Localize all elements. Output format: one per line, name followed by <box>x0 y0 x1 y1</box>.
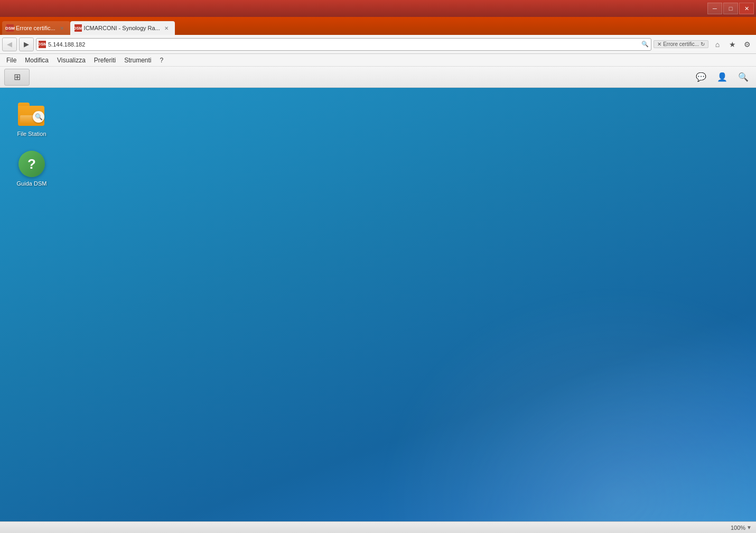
menu-visualizza[interactable]: Visualizza <box>53 56 90 65</box>
dsm-topbar-icons: 💬 👤 🔍 <box>693 69 752 86</box>
tab-close-error[interactable]: ✕ <box>58 24 66 32</box>
home-icon[interactable]: ⌂ <box>711 38 724 51</box>
address-bar-row: ◀ ▶ DSM 5.144.188.182 🔍 ✕ Errore certifi… <box>0 35 756 54</box>
desktop-icons: 🔍 File Station ? Guida DSM <box>11 98 53 190</box>
favorites-icon[interactable]: ★ <box>725 38 739 51</box>
maximize-button[interactable]: □ <box>723 3 738 14</box>
guida-dsm-label: Guida DSM <box>17 180 47 187</box>
tab-label-error: Errore certific... <box>16 25 55 31</box>
back-button[interactable]: ◀ <box>2 38 17 51</box>
file-station-icon[interactable]: 🔍 File Station <box>11 98 53 140</box>
zoom-control[interactable]: 100% ▼ <box>731 525 752 531</box>
menu-strumenti[interactable]: Strumenti <box>120 56 155 65</box>
title-bar: ─ □ ✕ <box>0 0 756 17</box>
folder-icon: 🔍 <box>18 103 45 126</box>
dsm-chat-button[interactable]: 💬 <box>693 69 710 86</box>
menu-preferiti[interactable]: Preferiti <box>90 56 120 65</box>
title-bar-controls: ─ □ ✕ <box>707 3 754 14</box>
zoom-dropdown-arrow[interactable]: ▼ <box>746 525 752 530</box>
search-icon[interactable]: 🔍 <box>641 41 649 48</box>
file-station-label: File Station <box>17 130 46 137</box>
main-menu-icon: ⊞ <box>14 72 21 82</box>
minimize-button[interactable]: ─ <box>707 3 722 14</box>
help-circle: ? <box>18 151 45 177</box>
error-badge[interactable]: ✕ Errore certific... ↻ <box>654 40 708 48</box>
refresh-icon[interactable]: ↻ <box>701 41 705 47</box>
menu-bar: File Modifica Visualizza Preferiti Strum… <box>0 54 756 67</box>
tab-favicon-active: DSM <box>74 24 82 32</box>
folder-search-overlay: 🔍 <box>33 111 44 123</box>
guida-dsm-image: ? <box>18 150 45 178</box>
close-button[interactable]: ✕ <box>739 3 754 14</box>
zoom-value: 100% <box>731 525 745 531</box>
dsm-main-menu-button[interactable]: ⊞ <box>4 69 30 86</box>
desktop: 🔍 File Station ? Guida DSM <box>0 88 756 521</box>
tab-bar: DSM Errore certific... ✕ DSM ICMARCONI -… <box>0 17 756 35</box>
address-bar-container: DSM 5.144.188.182 🔍 <box>36 38 651 51</box>
tab-close-active[interactable]: ✕ <box>162 24 171 32</box>
guida-dsm-icon[interactable]: ? Guida DSM <box>11 148 53 189</box>
tab-active[interactable]: DSM ICMARCONI - Synology Ra... ✕ <box>70 21 175 35</box>
dsm-topbar: ⊞ 💬 👤 🔍 <box>0 67 756 88</box>
error-badge-text: Errore certific... <box>663 41 699 47</box>
file-station-image: 🔍 <box>18 100 45 128</box>
settings-icon[interactable]: ⚙ <box>740 38 754 51</box>
right-icons: ⌂ ★ ⚙ <box>711 38 754 51</box>
tab-label-active: ICMARCONI - Synology Ra... <box>84 25 160 31</box>
menu-help[interactable]: ? <box>156 56 168 65</box>
error-badge-x: ✕ <box>657 41 661 47</box>
dsm-search-button[interactable]: 🔍 <box>735 69 752 86</box>
menu-file[interactable]: File <box>2 56 21 65</box>
browser-window: ─ □ ✕ DSM Errore certific... ✕ DSM ICMAR… <box>0 0 756 533</box>
tab-favicon-error: DSM <box>6 24 14 32</box>
menu-modifica[interactable]: Modifica <box>21 56 53 65</box>
dsm-user-button[interactable]: 👤 <box>714 69 731 86</box>
forward-button[interactable]: ▶ <box>19 38 34 51</box>
tab-error[interactable]: DSM Errore certific... ✕ <box>2 21 70 35</box>
address-text[interactable]: 5.144.188.182 <box>48 41 639 48</box>
address-favicon: DSM <box>39 41 46 48</box>
status-bar: 100% ▼ <box>0 521 756 533</box>
